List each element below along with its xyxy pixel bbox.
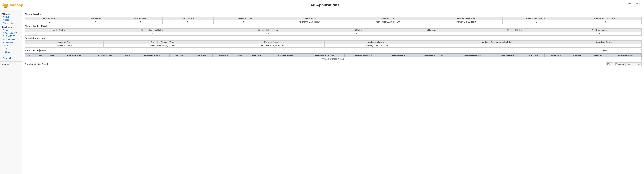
sidebar-item-accepted[interactable]: ACCEPTED: [2, 38, 20, 41]
col-header-reserved-gpus: Reserved GPUs: [493, 54, 522, 57]
cluster-metrics-header-row: Apps SubmittedApps PendingApps RunningAp…: [25, 17, 642, 20]
entries-select[interactable]: 10202550100: [31, 49, 40, 52]
nodes-metrics-value: 3: [25, 32, 94, 36]
search-input[interactable]: [610, 49, 642, 52]
scheduler-metrics-table: Scheduler TypeScheduling Resource TypeMi…: [25, 40, 642, 48]
col-header-state: State: [234, 54, 246, 57]
last-page-button[interactable]: Last: [634, 62, 642, 66]
svg-rect-5: [5, 7, 6, 8]
search-label: Search:: [602, 49, 610, 52]
tools-section: ▸ Tools: [0, 62, 22, 66]
col-header-allocated-cpu-vcores: Allocated CPU VCores: [304, 54, 344, 57]
cluster-metrics-header: Total Resources: [346, 17, 430, 20]
chevron-right-icon: ▸: [2, 63, 3, 66]
pagination: Showing 0 to 0 of 0 entries First Previo…: [25, 62, 642, 66]
col-header-id[interactable]: ID ↕: [25, 54, 34, 57]
cluster-metrics-value: <memory:24 GB, vCores:24>: [346, 20, 430, 24]
col-header-application-type: Application Type: [58, 54, 89, 57]
cluster-nodes-value-row: 3000000: [25, 32, 642, 36]
nodes-metrics-value: 0: [327, 32, 387, 36]
no-data-cell: No data available in table: [25, 57, 642, 61]
cluster-metrics-value: 0: [25, 20, 74, 24]
sidebar-item-about[interactable]: About: [2, 15, 20, 18]
scheduler-header: Scheduler Type: [25, 41, 104, 44]
nodes-metrics-value: 0: [473, 32, 556, 36]
col-header-final-status: FinalStatus: [246, 54, 268, 57]
cluster-metrics-value: <memory:0 B, vCores:0>: [273, 20, 346, 24]
nodes-metrics-header: Unhealthy Nodes: [387, 29, 473, 32]
tools-section-title[interactable]: ▸ Tools: [2, 63, 20, 66]
logo: hadoop: [2, 1, 23, 9]
page-title: All Applications: [310, 3, 340, 7]
col-header-name: Name: [46, 54, 58, 57]
cluster-section-title[interactable]: ▾ Cluster: [2, 13, 20, 15]
sidebar-item-submitted[interactable]: SUBMITTED: [2, 35, 20, 38]
cluster-metrics-header: Physical VCores Used %: [569, 17, 642, 20]
nodes-metrics-value: 0: [387, 32, 473, 36]
scheduler-header: Maximum Allocation: [324, 41, 428, 44]
login-info: Logged in as: root: [626, 1, 642, 4]
col-header-tracking-ui: Tracking UI: [586, 54, 608, 57]
previous-page-button[interactable]: Previous: [614, 62, 626, 66]
cluster-metrics-table: Apps SubmittedApps PendingApps RunningAp…: [25, 17, 642, 24]
col-header-pct-cluster: % of Cluster: [544, 54, 568, 57]
col-header-finish-time: FinishTime: [212, 54, 234, 57]
scheduler-value: <memory:1024, vCores:1>: [221, 44, 324, 48]
sidebar-item-killed[interactable]: KILLED: [2, 50, 20, 53]
cluster-metrics-value-row: 00000<memory:0 B, vCores:0><memory:24 GB…: [25, 20, 642, 24]
cluster-metrics-value: 0: [162, 20, 213, 24]
cluster-metrics-value: 0: [118, 20, 162, 24]
svg-point-2: [3, 3, 4, 5]
nodes-metrics-header: Decommissioned Nodes: [211, 29, 326, 32]
col-header-application-tags: Application Tags: [89, 54, 120, 57]
main-content: Cluster Metrics Apps SubmittedApps Pendi…: [22, 10, 644, 173]
scheduler-header-row: Scheduler TypeScheduling Resource TypeMi…: [25, 41, 642, 44]
sidebar-item-new-saving[interactable]: NEW_SAVING: [2, 32, 20, 35]
col-header-allocated-gpus: Allocated GPUs: [384, 54, 413, 57]
cluster-metrics-header: Physical Mem Used %: [502, 17, 568, 20]
scheduler-value: Capacity Scheduler: [25, 44, 104, 48]
page-title-area: All Applications: [23, 3, 626, 8]
cluster-metrics-value: 0: [74, 20, 118, 24]
col-header-running-containers: Running Containers: [268, 54, 304, 57]
first-page-button[interactable]: First: [606, 62, 613, 66]
col-header-reserved-memory-mb: Reserved Memory MB: [454, 54, 493, 57]
scheduler-value: 0: [428, 44, 567, 48]
sidebar-item-scheduler[interactable]: Scheduler: [2, 57, 20, 60]
col-header-reserved-cpu-vcores: Reserved CPU VCores: [413, 54, 454, 57]
scheduler-value: <memory:8192, vCores:4>: [324, 44, 428, 48]
sidebar-item-nodes[interactable]: Nodes: [2, 18, 20, 21]
cluster-nodes-metrics-table: Active NodesDecommissioning NodesDecommi…: [25, 28, 642, 36]
sidebar-item-node-labels[interactable]: Node Labels: [2, 21, 20, 25]
nodes-metrics-header: Rebooted Nodes: [473, 29, 556, 32]
nodes-metrics-value: 0: [556, 32, 642, 36]
sidebar-item-running[interactable]: RUNNING: [2, 41, 20, 44]
cluster-section: ▾ Cluster About Nodes Node Labels: [0, 12, 22, 25]
nodes-metrics-header: Active Nodes: [25, 29, 94, 32]
svg-rect-4: [4, 7, 5, 8]
col-header-start-time: StartTime: [170, 54, 189, 57]
next-page-button[interactable]: Next: [626, 62, 634, 66]
applications-section-title: Applications: [2, 26, 20, 28]
scheduler-value: 0: [567, 44, 642, 48]
nodes-metrics-header: Lost Nodes: [327, 29, 387, 32]
cluster-metrics-header: Reserved Resources: [430, 17, 502, 20]
sidebar-item-failed[interactable]: FAILED: [2, 47, 20, 50]
nodes-metrics-header: Shutdown Nodes: [556, 29, 642, 32]
sidebar-item-finished[interactable]: FINISHED: [2, 44, 20, 47]
svg-point-3: [3, 3, 4, 4]
col-header-allocated-memory-mb: Allocated Memory MB: [344, 54, 384, 57]
cluster-metrics-header: Apps Submitted: [25, 17, 74, 20]
sidebar-item-new[interactable]: NEW: [2, 28, 20, 32]
layout: ▾ Cluster About Nodes Node Labels Applic…: [0, 10, 644, 173]
cluster-metrics-header: Apps Completed: [162, 17, 213, 20]
cluster-metrics-value: 61: [502, 20, 568, 24]
cluster-metrics-header: Apps Running: [118, 17, 162, 20]
applications-section: Applications NEW NEW_SAVING SUBMITTED AC…: [0, 25, 22, 54]
cluster-metrics-value: 0: [214, 20, 273, 24]
col-header-launch-time: LaunchTime: [189, 54, 212, 57]
search-area: Search:: [602, 49, 642, 52]
entries-label: entries: [40, 49, 47, 52]
cluster-nodes-header-row: Active NodesDecommissioning NodesDecommi…: [25, 29, 642, 32]
applications-table-header: ID ↕UserNameApplication TypeApplication …: [25, 54, 642, 57]
